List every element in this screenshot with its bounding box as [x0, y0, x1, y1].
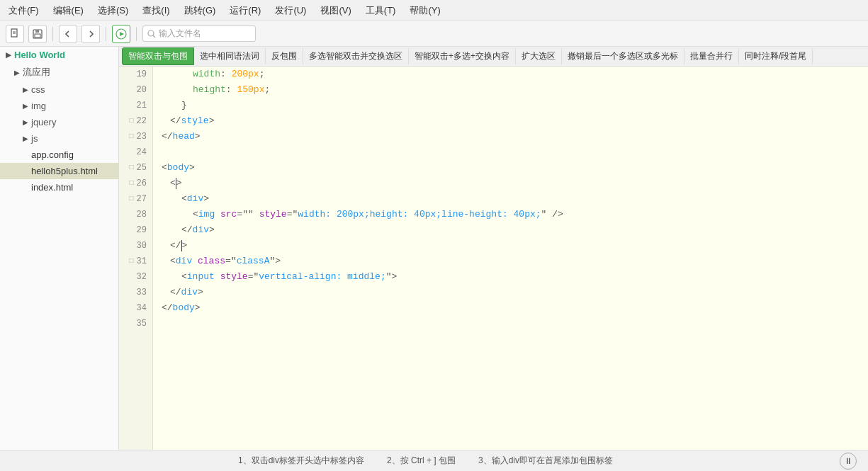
menu-select[interactable]: 选择(S)	[95, 4, 131, 18]
forward-button[interactable]	[81, 25, 100, 43]
code-line-26: <>	[153, 176, 868, 191]
sidebar-item-appconfig[interactable]: app.config	[0, 147, 118, 163]
menu-run[interactable]: 运行(R)	[227, 4, 264, 18]
ln-33: 33	[119, 285, 152, 300]
btn-undo-multi[interactable]: 撤销最后一个多选区或多光标	[562, 48, 684, 64]
status-hint-3: 3、输入div即可在首尾添加包围标签	[478, 455, 613, 467]
ln-23: □23	[119, 129, 152, 144]
status-hint-1: 1、双击div标签开头选中标签内容	[238, 455, 364, 467]
ln-35: 35	[119, 316, 152, 331]
sidebar-label-4: js	[31, 133, 38, 144]
sidebar-label-7: index.html	[31, 182, 73, 193]
sidebar-root-label: Hello World	[14, 50, 65, 60]
toolbar-separator-2	[106, 27, 106, 41]
ln-20: 20	[119, 82, 152, 98]
code-line-35	[153, 316, 868, 331]
sidebar-label-1: css	[31, 84, 45, 95]
main-layout: ▶ Hello World ▶ 流应用 ▶ css ▶ img ▶ jquery…	[0, 47, 868, 450]
code-line-22: </style>	[153, 113, 868, 129]
code-line-27: <div>	[153, 191, 868, 207]
menu-jump[interactable]: 跳转(G)	[181, 4, 219, 18]
folder-arrow-0: ▶	[14, 69, 20, 76]
code-line-30: </>	[153, 238, 868, 254]
code-line-32: <input style="vertical-align: middle;">	[153, 269, 868, 285]
code-line-20: height: 150px;	[153, 82, 868, 98]
btn-comment[interactable]: 同时注释/段首尾	[739, 48, 813, 64]
btn-merge-lines[interactable]: 批量合并行	[684, 48, 739, 64]
btn-expand-sel[interactable]: 扩大选区	[516, 48, 562, 64]
sidebar-label-0: 流应用	[23, 66, 50, 79]
run-button[interactable]	[112, 25, 130, 43]
status-hint-2: 2、按 Ctrl + ] 包围	[387, 455, 456, 467]
sidebar-item-img[interactable]: ▶ img	[0, 98, 118, 114]
svg-marker-7	[120, 32, 124, 36]
folder-arrow-4: ▶	[23, 135, 28, 142]
search-placeholder: 输入文件名	[159, 28, 201, 40]
menu-publish[interactable]: 发行(U)	[272, 4, 309, 18]
code-line-29: </div>	[153, 222, 868, 238]
menu-view[interactable]: 视图(V)	[317, 4, 354, 18]
sidebar-item-liuyingyong[interactable]: ▶ 流应用	[0, 63, 118, 81]
folder-arrow-3: ▶	[23, 118, 28, 126]
btn-unwrap[interactable]: 反包围	[266, 48, 303, 64]
svg-rect-4	[35, 30, 39, 33]
sidebar-item-js[interactable]: ▶ js	[0, 130, 118, 147]
code-line-33: </div>	[153, 285, 868, 300]
ln-22: □22	[119, 113, 152, 129]
line-numbers: 19 20 21 □22 □23 24 □25 □26 □27 28 29 30…	[119, 67, 153, 450]
code-toolbar: 智能双击与包围 选中相同语法词 反包围 多选智能双击并交换选区 智能双击+多选+…	[119, 47, 868, 67]
ln-25: □25	[119, 160, 152, 176]
svg-line-9	[153, 35, 155, 38]
new-file-button[interactable]	[6, 25, 24, 43]
sidebar-item-indexhtml[interactable]: index.html	[0, 179, 118, 195]
menu-help[interactable]: 帮助(Y)	[407, 4, 443, 18]
svg-rect-5	[35, 34, 40, 38]
toolbar-separator-1	[52, 27, 53, 41]
sidebar-label-2: img	[31, 101, 46, 111]
btn-multi-select[interactable]: 多选智能双击并交换选区	[303, 48, 409, 64]
ln-31: □31	[119, 254, 152, 269]
toolbar-separator-3	[136, 27, 137, 41]
code-line-25: <body>	[153, 160, 868, 176]
folder-arrow-2: ▶	[23, 102, 28, 110]
ln-21: 21	[119, 98, 152, 113]
search-icon	[147, 30, 156, 38]
ln-24: 24	[119, 144, 152, 160]
btn-smart-multi[interactable]: 智能双击+多选+交换内容	[409, 48, 516, 64]
sidebar-item-css[interactable]: ▶ css	[0, 81, 118, 98]
code-area: 智能双击与包围 选中相同语法词 反包围 多选智能双击并交换选区 智能双击+多选+…	[119, 47, 868, 450]
sidebar-label-5: app.config	[31, 149, 74, 160]
sidebar: ▶ Hello World ▶ 流应用 ▶ css ▶ img ▶ jquery…	[0, 47, 119, 450]
menu-edit[interactable]: 编辑(E)	[50, 4, 86, 18]
menu-tools[interactable]: 工具(T)	[363, 4, 399, 18]
code-line-24	[153, 144, 868, 160]
search-box[interactable]: 输入文件名	[142, 25, 256, 42]
sidebar-item-helloh5[interactable]: helloh5plus.html	[0, 163, 118, 179]
btn-smart-wrap[interactable]: 智能双击与包围	[122, 47, 194, 65]
code-line-19: width: 200px;	[153, 67, 868, 82]
statusbar: 1、双击div标签开头选中标签内容 2、按 Ctrl + ] 包围 3、输入di…	[0, 450, 868, 471]
code-line-21: }	[153, 98, 868, 113]
back-button[interactable]	[59, 25, 77, 43]
code-line-23: </head>	[153, 129, 868, 144]
sidebar-label-6: helloh5plus.html	[31, 166, 98, 176]
menu-file[interactable]: 文件(F)	[6, 4, 42, 18]
folder-arrow-1: ▶	[23, 86, 28, 93]
pause-button[interactable]: ⏸	[840, 453, 857, 470]
code-content[interactable]: width: 200px; height: 150px; } </style> …	[153, 67, 868, 450]
ln-19: 19	[119, 67, 152, 82]
ln-30: 30	[119, 238, 152, 254]
code-line-31: <div class="classA">	[153, 254, 868, 269]
sidebar-item-jquery[interactable]: ▶ jquery	[0, 114, 118, 130]
btn-select-same[interactable]: 选中相同语法词	[194, 48, 266, 64]
code-line-28: <img src="" style="width: 200px;height: …	[153, 207, 868, 222]
ln-26: □26	[119, 176, 152, 191]
ln-29: 29	[119, 222, 152, 238]
menu-find[interactable]: 查找(I)	[140, 4, 172, 18]
ln-34: 34	[119, 300, 152, 316]
code-editor[interactable]: 19 20 21 □22 □23 24 □25 □26 □27 28 29 30…	[119, 67, 868, 450]
ln-28: 28	[119, 207, 152, 222]
save-button[interactable]	[28, 25, 47, 43]
sidebar-root[interactable]: ▶ Hello World	[0, 47, 118, 63]
root-arrow: ▶	[6, 51, 11, 59]
